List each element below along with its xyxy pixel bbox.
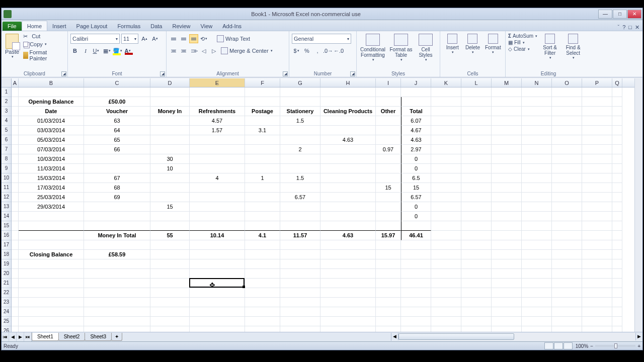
cell-I18[interactable] <box>376 250 401 259</box>
autosum-button[interactable]: AutoSum▾ <box>508 33 537 39</box>
cell-N3[interactable] <box>522 107 552 116</box>
cell-O9[interactable] <box>552 164 582 173</box>
cell-J13[interactable]: 0 <box>401 202 431 212</box>
cell-I8[interactable] <box>376 154 401 164</box>
cell-C8[interactable] <box>84 154 150 164</box>
align-left-button[interactable] <box>169 46 178 55</box>
cell-E21[interactable] <box>190 279 245 288</box>
cell-M14[interactable] <box>492 212 522 221</box>
cell-M8[interactable] <box>492 154 522 164</box>
scroll-thumb[interactable] <box>398 333 514 340</box>
cell-J12[interactable]: 6.57 <box>401 193 431 202</box>
row-header-10[interactable]: 10 <box>2 173 11 183</box>
cell-K10[interactable] <box>431 173 461 183</box>
cell-M9[interactable] <box>492 164 522 173</box>
cell-styles-button[interactable]: Cell Styles▾ <box>416 33 436 69</box>
cell-P17[interactable] <box>582 240 612 250</box>
cell-E25[interactable] <box>190 317 245 326</box>
cell-H24[interactable] <box>320 307 376 317</box>
cell-G15[interactable] <box>280 221 320 231</box>
underline-button[interactable]: U▾ <box>92 46 101 56</box>
cell-N9[interactable] <box>522 164 552 173</box>
cell-A23[interactable] <box>12 298 19 307</box>
cell-F7[interactable] <box>245 145 280 154</box>
cell-H5[interactable] <box>320 126 376 135</box>
row-header-22[interactable]: 22 <box>2 288 11 298</box>
tab-insert[interactable]: Insert <box>47 21 71 31</box>
cell-P4[interactable] <box>582 116 612 126</box>
cell-M18[interactable] <box>492 250 522 259</box>
cell-N7[interactable] <box>522 145 552 154</box>
merge-center-button[interactable]: Merge & Center▾ <box>219 47 274 55</box>
cell-J18[interactable] <box>401 250 431 259</box>
accounting-format-button[interactable]: $▾ <box>292 46 301 56</box>
cell-A2[interactable] <box>12 97 19 107</box>
cell-A20[interactable] <box>12 269 19 279</box>
cell-H22[interactable] <box>320 288 376 298</box>
delete-button[interactable]: Delete▾ <box>463 33 482 69</box>
cell-N14[interactable] <box>522 212 552 221</box>
page-break-view-button[interactable] <box>564 342 573 349</box>
tab-page-layout[interactable]: Page Layout <box>71 21 113 31</box>
cell-J25[interactable] <box>401 317 431 326</box>
cell-M15[interactable] <box>492 221 522 231</box>
cell-J22[interactable] <box>401 288 431 298</box>
cell-F12[interactable] <box>245 193 280 202</box>
cell-C11[interactable]: 68 <box>84 183 150 193</box>
dialog-launcher-icon[interactable]: ◢ <box>61 71 66 76</box>
cell-D24[interactable] <box>150 307 190 317</box>
cell-I19[interactable] <box>376 259 401 269</box>
fill-color-button[interactable]: 🪣▾ <box>113 46 122 56</box>
select-all-corner[interactable] <box>2 78 12 87</box>
cell-Q5[interactable] <box>612 126 622 135</box>
cell-Q4[interactable] <box>612 116 622 126</box>
cell-J14[interactable]: 0 <box>401 212 431 221</box>
cell-L16[interactable] <box>461 231 492 240</box>
col-header-H[interactable]: H <box>320 78 376 87</box>
cell-D5[interactable] <box>150 126 190 135</box>
chevron-down-icon[interactable]: ▾ <box>133 37 136 41</box>
cell-E16[interactable]: 10.14 <box>190 231 245 240</box>
cell-N17[interactable] <box>522 240 552 250</box>
cell-N19[interactable] <box>522 259 552 269</box>
cell-L10[interactable] <box>461 173 492 183</box>
cell-K3[interactable] <box>431 107 461 116</box>
cell-K12[interactable] <box>431 193 461 202</box>
cell-F3[interactable]: Postage <box>245 107 280 116</box>
cell-A15[interactable] <box>12 221 19 231</box>
cell-A1[interactable] <box>12 87 19 97</box>
cell-M12[interactable] <box>492 193 522 202</box>
cell-P7[interactable] <box>582 145 612 154</box>
cell-G22[interactable] <box>280 288 320 298</box>
cell-E24[interactable] <box>190 307 245 317</box>
cell-G1[interactable] <box>280 87 320 97</box>
tab-data[interactable]: Data <box>145 21 167 31</box>
cell-H1[interactable] <box>320 87 376 97</box>
zoom-slider[interactable] <box>595 345 635 347</box>
cell-C24[interactable] <box>84 307 150 317</box>
cell-D18[interactable] <box>150 250 190 259</box>
row-header-9[interactable]: 9 <box>2 164 11 173</box>
cell-K26[interactable] <box>431 326 461 332</box>
cell-F21[interactable] <box>245 279 280 288</box>
comma-button[interactable]: , <box>313 46 322 56</box>
cell-I11[interactable]: 15 <box>376 183 401 193</box>
cell-B9[interactable]: 11/03/2014 <box>19 164 84 173</box>
cell-C1[interactable] <box>84 87 150 97</box>
cell-N2[interactable] <box>522 97 552 107</box>
cell-H26[interactable] <box>320 326 376 332</box>
cell-C22[interactable] <box>84 288 150 298</box>
cell-B17[interactable] <box>19 240 84 250</box>
cell-G19[interactable] <box>280 259 320 269</box>
row-header-5[interactable]: 5 <box>2 126 11 135</box>
cell-L6[interactable] <box>461 135 492 145</box>
cell-A10[interactable] <box>12 173 19 183</box>
cell-H21[interactable] <box>320 279 376 288</box>
decrease-decimal-button[interactable]: ←.0 <box>334 46 343 56</box>
cell-M22[interactable] <box>492 288 522 298</box>
cell-L1[interactable] <box>461 87 492 97</box>
sheet-tab-1[interactable]: Sheet1 <box>32 333 59 341</box>
cell-K15[interactable] <box>431 221 461 231</box>
cell-P5[interactable] <box>582 126 612 135</box>
row-header-2[interactable]: 2 <box>2 97 11 107</box>
